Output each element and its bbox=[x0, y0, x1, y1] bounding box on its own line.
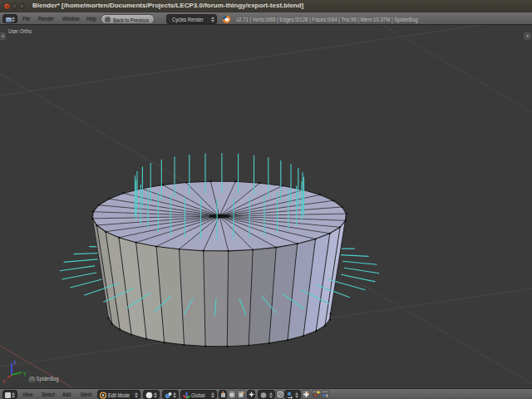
svg-text:y: y bbox=[23, 370, 27, 377]
svg-text:z: z bbox=[13, 359, 17, 365]
svg-text:x: x bbox=[2, 378, 6, 384]
